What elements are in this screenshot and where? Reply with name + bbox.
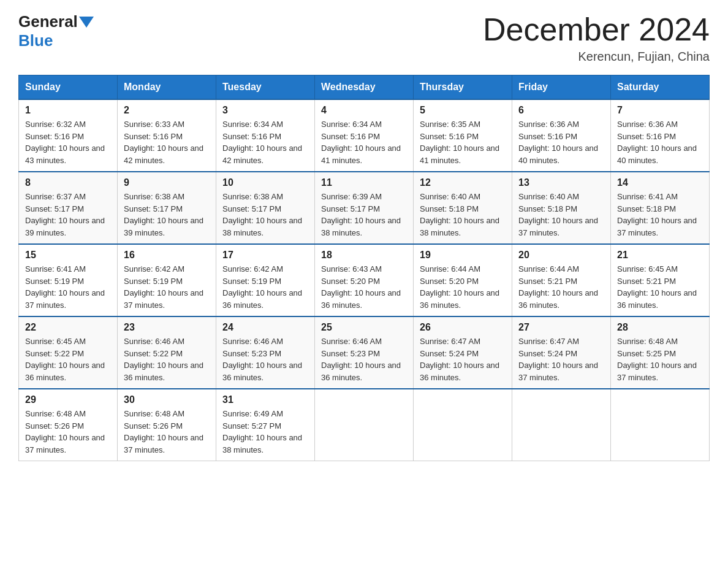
calendar-day-cell: 13 Sunrise: 6:40 AMSunset: 5:18 PMDaylig… [512, 172, 611, 244]
day-of-week-header: Monday [118, 75, 216, 100]
empty-cell [611, 389, 710, 461]
day-number: 23 [124, 322, 210, 333]
day-number: 3 [222, 105, 308, 116]
logo-triangle-icon [79, 17, 94, 28]
calendar-day-cell: 17 Sunrise: 6:42 AMSunset: 5:19 PMDaylig… [216, 244, 315, 316]
day-number: 26 [420, 322, 506, 333]
calendar-day-cell: 14 Sunrise: 6:41 AMSunset: 5:18 PMDaylig… [611, 172, 710, 244]
calendar-day-cell: 2 Sunrise: 6:33 AMSunset: 5:16 PMDayligh… [118, 99, 216, 172]
day-number: 5 [420, 105, 506, 116]
day-number: 25 [321, 322, 407, 333]
day-detail: Sunrise: 6:40 AMSunset: 5:18 PMDaylight:… [420, 191, 506, 239]
day-detail: Sunrise: 6:33 AMSunset: 5:16 PMDaylight:… [124, 118, 210, 166]
calendar-day-cell: 4 Sunrise: 6:34 AMSunset: 5:16 PMDayligh… [315, 99, 414, 172]
day-detail: Sunrise: 6:44 AMSunset: 5:21 PMDaylight:… [518, 263, 604, 311]
day-number: 31 [222, 394, 308, 405]
empty-cell [315, 389, 414, 461]
day-detail: Sunrise: 6:49 AMSunset: 5:27 PMDaylight:… [222, 408, 308, 456]
day-detail: Sunrise: 6:36 AMSunset: 5:16 PMDaylight:… [617, 118, 703, 166]
day-number: 18 [321, 250, 407, 261]
day-number: 9 [124, 177, 210, 188]
calendar-day-cell: 1 Sunrise: 6:32 AMSunset: 5:16 PMDayligh… [19, 99, 118, 172]
calendar-day-cell: 11 Sunrise: 6:39 AMSunset: 5:17 PMDaylig… [315, 172, 414, 244]
day-detail: Sunrise: 6:47 AMSunset: 5:24 PMDaylight:… [518, 335, 604, 383]
day-number: 12 [420, 177, 506, 188]
day-detail: Sunrise: 6:40 AMSunset: 5:18 PMDaylight:… [518, 191, 604, 239]
calendar-week-row: 1 Sunrise: 6:32 AMSunset: 5:16 PMDayligh… [19, 99, 710, 172]
day-detail: Sunrise: 6:48 AMSunset: 5:26 PMDaylight:… [25, 408, 111, 456]
calendar-week-row: 15 Sunrise: 6:41 AMSunset: 5:19 PMDaylig… [19, 244, 710, 316]
day-detail: Sunrise: 6:37 AMSunset: 5:17 PMDaylight:… [25, 191, 111, 239]
day-detail: Sunrise: 6:39 AMSunset: 5:17 PMDaylight:… [321, 191, 407, 239]
day-detail: Sunrise: 6:41 AMSunset: 5:18 PMDaylight:… [617, 191, 703, 239]
day-of-week-header: Tuesday [216, 75, 315, 100]
month-year-title: December 2024 [483, 12, 710, 47]
calendar-day-cell: 19 Sunrise: 6:44 AMSunset: 5:20 PMDaylig… [414, 244, 512, 316]
day-number: 16 [124, 250, 210, 261]
day-number: 2 [124, 105, 210, 116]
day-number: 20 [518, 250, 604, 261]
calendar-day-cell: 16 Sunrise: 6:42 AMSunset: 5:19 PMDaylig… [118, 244, 216, 316]
day-detail: Sunrise: 6:36 AMSunset: 5:16 PMDaylight:… [518, 118, 604, 166]
day-of-week-header: Friday [512, 75, 611, 100]
day-detail: Sunrise: 6:45 AMSunset: 5:21 PMDaylight:… [617, 263, 703, 311]
day-detail: Sunrise: 6:45 AMSunset: 5:22 PMDaylight:… [25, 335, 111, 383]
day-detail: Sunrise: 6:34 AMSunset: 5:16 PMDaylight:… [321, 118, 407, 166]
calendar-table: SundayMondayTuesdayWednesdayThursdayFrid… [18, 75, 710, 461]
day-number: 10 [222, 177, 308, 188]
day-number: 1 [25, 105, 111, 116]
day-of-week-header: Thursday [414, 75, 512, 100]
day-number: 13 [518, 177, 604, 188]
day-number: 30 [124, 394, 210, 405]
calendar-day-cell: 22 Sunrise: 6:45 AMSunset: 5:22 PMDaylig… [19, 316, 118, 389]
day-of-week-header: Saturday [611, 75, 710, 100]
day-detail: Sunrise: 6:32 AMSunset: 5:16 PMDaylight:… [25, 118, 111, 166]
day-detail: Sunrise: 6:46 AMSunset: 5:22 PMDaylight:… [124, 335, 210, 383]
day-number: 19 [420, 250, 506, 261]
calendar-day-cell: 21 Sunrise: 6:45 AMSunset: 5:21 PMDaylig… [611, 244, 710, 316]
day-detail: Sunrise: 6:47 AMSunset: 5:24 PMDaylight:… [420, 335, 506, 383]
calendar-week-row: 29 Sunrise: 6:48 AMSunset: 5:26 PMDaylig… [19, 389, 710, 461]
logo-blue-text: Blue [18, 31, 53, 50]
day-detail: Sunrise: 6:46 AMSunset: 5:23 PMDaylight:… [321, 335, 407, 383]
calendar-day-cell: 26 Sunrise: 6:47 AMSunset: 5:24 PMDaylig… [414, 316, 512, 389]
day-detail: Sunrise: 6:44 AMSunset: 5:20 PMDaylight:… [420, 263, 506, 311]
day-detail: Sunrise: 6:35 AMSunset: 5:16 PMDaylight:… [420, 118, 506, 166]
calendar-day-cell: 20 Sunrise: 6:44 AMSunset: 5:21 PMDaylig… [512, 244, 611, 316]
logo-general-text: General [18, 12, 78, 31]
calendar-day-cell: 25 Sunrise: 6:46 AMSunset: 5:23 PMDaylig… [315, 316, 414, 389]
day-number: 6 [518, 105, 604, 116]
calendar-day-cell: 15 Sunrise: 6:41 AMSunset: 5:19 PMDaylig… [19, 244, 118, 316]
day-of-week-header: Sunday [19, 75, 118, 100]
day-detail: Sunrise: 6:48 AMSunset: 5:26 PMDaylight:… [124, 408, 210, 456]
day-number: 7 [617, 105, 703, 116]
title-block: December 2024 Kerencun, Fujian, China [483, 12, 710, 64]
day-detail: Sunrise: 6:42 AMSunset: 5:19 PMDaylight:… [124, 263, 210, 311]
day-detail: Sunrise: 6:38 AMSunset: 5:17 PMDaylight:… [222, 191, 308, 239]
page-header: General Blue December 2024 Kerencun, Fuj… [18, 12, 710, 64]
calendar-header-row: SundayMondayTuesdayWednesdayThursdayFrid… [19, 75, 710, 100]
calendar-day-cell: 3 Sunrise: 6:34 AMSunset: 5:16 PMDayligh… [216, 99, 315, 172]
calendar-day-cell: 29 Sunrise: 6:48 AMSunset: 5:26 PMDaylig… [19, 389, 118, 461]
day-detail: Sunrise: 6:34 AMSunset: 5:16 PMDaylight:… [222, 118, 308, 166]
calendar-day-cell: 27 Sunrise: 6:47 AMSunset: 5:24 PMDaylig… [512, 316, 611, 389]
calendar-day-cell: 9 Sunrise: 6:38 AMSunset: 5:17 PMDayligh… [118, 172, 216, 244]
day-detail: Sunrise: 6:48 AMSunset: 5:25 PMDaylight:… [617, 335, 703, 383]
day-number: 8 [25, 177, 111, 188]
day-number: 21 [617, 250, 703, 261]
calendar-week-row: 22 Sunrise: 6:45 AMSunset: 5:22 PMDaylig… [19, 316, 710, 389]
calendar-day-cell: 10 Sunrise: 6:38 AMSunset: 5:17 PMDaylig… [216, 172, 315, 244]
empty-cell [512, 389, 611, 461]
day-detail: Sunrise: 6:38 AMSunset: 5:17 PMDaylight:… [124, 191, 210, 239]
location-subtitle: Kerencun, Fujian, China [483, 50, 710, 64]
day-number: 11 [321, 177, 407, 188]
calendar-day-cell: 28 Sunrise: 6:48 AMSunset: 5:25 PMDaylig… [611, 316, 710, 389]
logo: General Blue [18, 12, 95, 50]
day-number: 14 [617, 177, 703, 188]
calendar-day-cell: 30 Sunrise: 6:48 AMSunset: 5:26 PMDaylig… [118, 389, 216, 461]
empty-cell [414, 389, 512, 461]
day-detail: Sunrise: 6:46 AMSunset: 5:23 PMDaylight:… [222, 335, 308, 383]
day-detail: Sunrise: 6:41 AMSunset: 5:19 PMDaylight:… [25, 263, 111, 311]
day-number: 15 [25, 250, 111, 261]
calendar-week-row: 8 Sunrise: 6:37 AMSunset: 5:17 PMDayligh… [19, 172, 710, 244]
